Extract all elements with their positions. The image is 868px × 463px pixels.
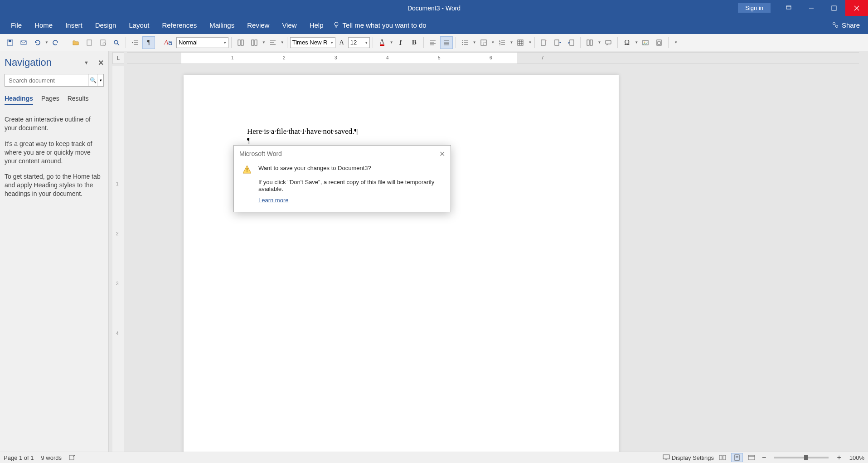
table-button[interactable] bbox=[514, 36, 527, 49]
svg-rect-72 bbox=[719, 455, 722, 460]
font-value: Times New R bbox=[292, 39, 328, 46]
tab-home[interactable]: Home bbox=[28, 16, 59, 34]
document-page[interactable]: Here·is·a·file·that·I·have·not·saved.¶ ¶ bbox=[184, 75, 619, 452]
style-selector[interactable]: Normal▾ bbox=[176, 37, 228, 48]
dialog-question: Want to save your changes to Document3? bbox=[258, 165, 442, 171]
zoom-slider[interactable] bbox=[774, 457, 829, 458]
picture-button[interactable] bbox=[639, 36, 652, 49]
font-size-selector[interactable]: 12▾ bbox=[348, 37, 370, 48]
bold-button[interactable]: B bbox=[408, 36, 421, 49]
paste-options-button[interactable] bbox=[653, 36, 665, 49]
tab-mailings[interactable]: Mailings bbox=[203, 16, 241, 34]
align-button[interactable] bbox=[267, 36, 279, 49]
ruler-corner[interactable]: L bbox=[112, 52, 124, 64]
dialog-learn-more-link[interactable]: Learn more bbox=[258, 197, 288, 204]
insert-above-button[interactable] bbox=[234, 36, 247, 49]
new-button[interactable] bbox=[83, 36, 96, 49]
zoom-out-button[interactable]: − bbox=[760, 453, 768, 462]
open-button[interactable] bbox=[69, 36, 82, 49]
undo-dropdown[interactable]: ▼ bbox=[45, 40, 48, 44]
redo-button[interactable] bbox=[49, 36, 62, 49]
tab-insert[interactable]: Insert bbox=[59, 16, 89, 34]
decrease-indent-button[interactable] bbox=[129, 36, 141, 49]
bullets-dropdown[interactable]: ▼ bbox=[473, 40, 476, 44]
comment-button[interactable] bbox=[602, 36, 615, 49]
zoom-in-button[interactable]: + bbox=[835, 453, 843, 462]
close-window-button[interactable] bbox=[845, 0, 868, 16]
font-size-value: 12 bbox=[350, 39, 357, 46]
sign-in-button[interactable]: Sign in bbox=[738, 3, 771, 13]
ribbon-options-button[interactable] bbox=[777, 0, 800, 16]
split-dropdown[interactable]: ▼ bbox=[262, 40, 266, 44]
columns-button[interactable] bbox=[583, 36, 596, 49]
borders-dropdown[interactable]: ▼ bbox=[491, 40, 495, 44]
font-color-dropdown[interactable]: ▼ bbox=[390, 40, 393, 44]
show-paragraph-marks-button[interactable]: ¶ bbox=[142, 36, 155, 49]
tab-view[interactable]: View bbox=[276, 16, 303, 34]
save-button[interactable] bbox=[4, 36, 16, 49]
next-change-button[interactable] bbox=[551, 36, 564, 49]
align-dropdown[interactable]: ▼ bbox=[281, 40, 284, 44]
tab-design[interactable]: Design bbox=[89, 16, 123, 34]
tab-help[interactable]: Help bbox=[303, 16, 330, 34]
document-area[interactable]: Here·is·a·file·that·I·have·not·saved.¶ ¶ bbox=[127, 66, 868, 452]
print-layout-button[interactable] bbox=[731, 453, 743, 462]
display-settings-button[interactable]: Display Settings bbox=[663, 454, 714, 461]
lightbulb-icon bbox=[333, 21, 340, 29]
table-dropdown[interactable]: ▼ bbox=[528, 40, 532, 44]
symbol-dropdown[interactable]: ▼ bbox=[635, 40, 638, 44]
undo-button[interactable] bbox=[31, 36, 44, 49]
svg-rect-25 bbox=[255, 40, 257, 45]
status-proofing-icon[interactable] bbox=[69, 454, 76, 461]
share-button[interactable]: Share bbox=[832, 21, 860, 29]
tab-file[interactable]: File bbox=[5, 16, 28, 34]
find-button[interactable] bbox=[110, 36, 123, 49]
bullets-button[interactable] bbox=[459, 36, 471, 49]
search-button[interactable]: 🔍 bbox=[88, 74, 97, 86]
numbering-button[interactable]: 123 bbox=[496, 36, 509, 49]
vertical-ruler[interactable]: 1 2 3 4 bbox=[112, 66, 124, 452]
search-dropdown[interactable]: ▾ bbox=[97, 74, 103, 86]
navigation-close-button[interactable]: ✕ bbox=[98, 58, 104, 67]
toolbar-overflow[interactable]: ▼ bbox=[674, 40, 678, 44]
track-changes-button[interactable] bbox=[538, 36, 550, 49]
borders-button[interactable] bbox=[477, 36, 490, 49]
tab-layout[interactable]: Layout bbox=[122, 16, 155, 34]
dialog-title: Microsoft Word bbox=[239, 150, 282, 157]
grow-font-button[interactable]: A bbox=[336, 36, 347, 49]
prev-change-button[interactable] bbox=[565, 36, 577, 49]
italic-button[interactable]: I bbox=[394, 36, 407, 49]
tell-me-search[interactable]: Tell me what you want to do bbox=[333, 21, 427, 29]
navtab-pages[interactable]: Pages bbox=[41, 95, 59, 105]
status-words[interactable]: 9 words bbox=[41, 454, 62, 461]
zoom-level[interactable]: 100% bbox=[849, 454, 864, 461]
minimize-button[interactable] bbox=[800, 0, 823, 16]
print-preview-button[interactable] bbox=[97, 36, 109, 49]
insert-below-button[interactable] bbox=[248, 36, 261, 49]
font-color-button[interactable]: A bbox=[376, 36, 388, 49]
search-input[interactable] bbox=[5, 74, 88, 86]
email-button[interactable] bbox=[17, 36, 30, 49]
symbol-button[interactable]: Ω bbox=[621, 36, 633, 49]
search-box[interactable]: 🔍 ▾ bbox=[5, 74, 104, 87]
styles-button[interactable]: Aa bbox=[161, 36, 175, 49]
numbering-dropdown[interactable]: ▼ bbox=[510, 40, 514, 44]
horizontal-ruler[interactable]: 1 2 3 4 5 6 7 bbox=[127, 52, 859, 64]
status-page[interactable]: Page 1 of 1 bbox=[4, 454, 34, 461]
align-justify-button[interactable] bbox=[440, 36, 453, 49]
ribbon-tabs: File Home Insert Design Layout Reference… bbox=[0, 16, 868, 34]
read-mode-button[interactable] bbox=[717, 453, 728, 462]
columns-dropdown[interactable]: ▼ bbox=[597, 40, 601, 44]
navtab-results[interactable]: Results bbox=[68, 95, 89, 105]
navigation-dropdown[interactable]: ▼ bbox=[84, 60, 89, 65]
font-selector[interactable]: Times New R▾ bbox=[290, 37, 335, 48]
align-left-button[interactable] bbox=[427, 36, 439, 49]
svg-rect-24 bbox=[252, 40, 254, 45]
dialog-close-button[interactable]: ✕ bbox=[439, 150, 445, 158]
tab-references[interactable]: References bbox=[155, 16, 203, 34]
navtab-headings[interactable]: Headings bbox=[5, 95, 33, 105]
web-layout-button[interactable] bbox=[746, 453, 757, 462]
maximize-button[interactable] bbox=[823, 0, 845, 16]
document-text-line-1[interactable]: Here·is·a·file·that·I·have·not·saved.¶ bbox=[247, 127, 555, 136]
tab-review[interactable]: Review bbox=[241, 16, 276, 34]
